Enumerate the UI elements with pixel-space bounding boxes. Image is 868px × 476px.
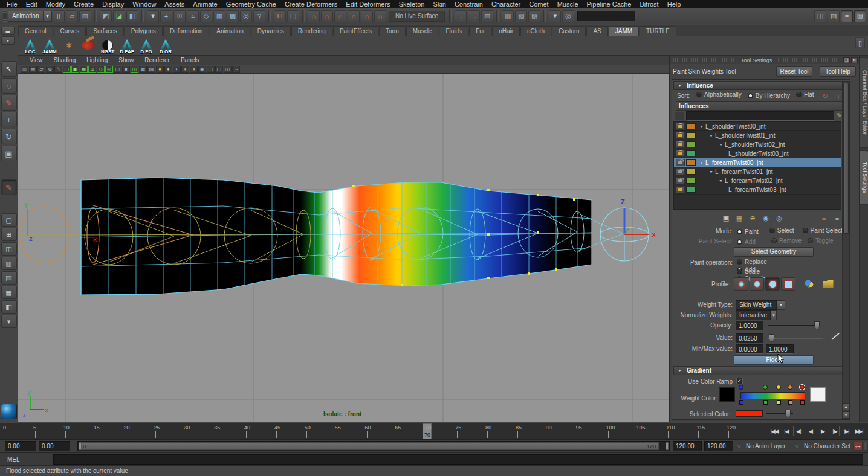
menu-modify[interactable]: Modify [42,0,70,8]
menu-bifrost[interactable]: Bifrost [636,0,663,8]
expand-arrow-icon[interactable]: ▼ [709,170,713,174]
influence-search-input[interactable] [686,111,834,121]
expand-arrow-icon[interactable]: ▼ [699,161,704,165]
ramp-stop-handle[interactable] [739,385,743,390]
select-by-object-icon[interactable]: ◪ [113,10,125,22]
influence-row[interactable]: ▼L_shoulderTwist02_jnt [674,140,841,149]
normalize-weights-dropdown[interactable]: Interactive▼ [736,310,777,320]
profile-solid-brush-button[interactable] [765,277,780,291]
menu-create-deformers[interactable]: Create Deformers [280,0,342,8]
influence-row[interactable]: ▼L_forearmTwist02_jnt [674,176,841,185]
menu-create[interactable]: Create [70,0,98,8]
shelf-item-brush[interactable] [79,36,97,54]
lock-toggle-button[interactable] [676,150,685,157]
ramp-stop-marker[interactable] [739,400,743,405]
ramp-stop-handle[interactable] [776,385,781,390]
anim-layer-dropdown[interactable]: No Anim Layer [746,443,786,449]
search-magnifier-icon[interactable]: ◎ [562,10,574,22]
paint-operation-scale-radio[interactable]: Scale [737,268,797,275]
shelf-tab-as[interactable]: AS [586,26,607,36]
range-left-handle[interactable] [79,442,82,450]
sort-by-hierarchy-radio[interactable]: By Hierarchy [748,92,790,99]
gate-mask-icon[interactable]: ▦ [80,66,88,73]
shelf-tab-animation[interactable]: Animation [210,26,250,36]
bracket-shade-icon[interactable]: ◫ [131,66,138,73]
play-forwards-button[interactable]: ▶ [817,425,829,438]
range-slider-track[interactable]: 0 120 [77,441,670,451]
split-layout-button[interactable]: ◧ [1,300,17,314]
mask-misc-icon[interactable]: ? [253,10,265,22]
grease-pencil-icon[interactable]: ✎ [54,66,62,73]
camera-bookmark-icon[interactable]: ▤ [29,66,37,73]
select-geometry-button[interactable]: Select Geometry [734,247,814,257]
menu-help[interactable]: Help [663,0,685,8]
open-scene-icon[interactable]: ▱ [66,10,78,22]
paint-operation-replace-radio[interactable]: Replace [737,259,797,265]
lock-toggle-button[interactable] [676,132,685,139]
lock-toggle-button[interactable] [676,123,685,130]
slider-handle[interactable] [785,410,791,417]
opacity-field[interactable]: 1.0000 [736,321,763,330]
influence-color-swatch[interactable] [686,150,696,156]
weight-type-dropdown[interactable]: Skin Weight▼ [736,300,785,310]
toggle-tool-settings-icon[interactable]: ≡ [841,10,853,22]
influence-color-swatch[interactable] [686,123,696,129]
snap-to-grids-icon[interactable]: ∩ [308,10,320,22]
mask-deformations-icon[interactable]: ▦ [213,10,225,22]
value-slider[interactable] [768,334,823,343]
ramp-stop-handle[interactable] [763,385,768,390]
menu-window[interactable]: Window [128,0,160,8]
playback-end-field[interactable]: 120.00 [673,441,702,451]
influence-color-swatch[interactable] [686,159,696,166]
input-connections-icon[interactable]: → [455,10,467,22]
save-scene-icon[interactable]: ▤ [79,10,91,22]
tab-channel-box[interactable]: Channel Box / Layer Editor [860,57,868,148]
expand-arrow-icon[interactable]: ▼ [699,124,704,129]
render-current-frame-icon[interactable]: ▧ [515,10,527,22]
highlight-selection-icon[interactable]: ▢ [287,10,299,22]
use-color-ramp-checkbox[interactable]: ✓ [736,378,743,384]
tab-tool-settings[interactable]: Tool Settings [860,150,868,205]
profile-stamp-button[interactable] [802,277,816,291]
sort-alphabetically-radio[interactable]: Alphabetically [696,91,742,98]
time-slider[interactable]: 70 0510152025303540455055606570758085909… [0,423,868,439]
scale-tool[interactable]: ▣ [1,146,17,161]
slider-handle[interactable] [769,334,774,342]
paint-skin-weights-tool-icon[interactable]: ✎ [1,179,17,195]
menu-animate[interactable]: Animate [189,0,221,8]
shelf-tab-rendering[interactable]: Rendering [291,26,332,36]
shelf-tab-fluids[interactable]: Fluids [439,26,468,36]
menu-comet[interactable]: Comet [525,0,552,8]
shelf-tab-custom[interactable]: Custom [552,26,586,36]
playback-start-field[interactable]: 0.00 [39,441,70,451]
ramp-stop-marker[interactable] [800,400,805,405]
selected-color-slider[interactable] [766,410,793,418]
chevron-down-icon[interactable]: ▽ [737,444,740,449]
single-pane-layout-button[interactable]: ▢ [1,213,17,227]
lock-selection-icon[interactable]: ⊡ [274,10,286,22]
mask-curves-icon[interactable]: ≈ [187,10,199,22]
chevron-down-icon[interactable]: ▽ [795,444,798,449]
make-object-live-icon[interactable]: ∩ [374,10,386,22]
influence-filter-icon[interactable] [675,112,684,120]
menu-skeleton[interactable]: Skeleton [395,0,429,8]
go-to-start-button[interactable]: |◀◀ [768,425,780,438]
show-influence-list-icon[interactable]: ≡ [818,213,829,223]
ramp-stop-marker[interactable] [777,400,781,405]
shelf-item-jamm[interactable]: JAMM [40,36,59,54]
wireframe-mode-icon[interactable]: ▢ [114,66,121,73]
menu-edit[interactable]: Edit [22,0,42,8]
sort-flat-radio[interactable]: Flat [796,91,814,98]
all-lights-icon[interactable]: ● [164,66,172,73]
output-connections-icon[interactable]: → [468,10,480,22]
value-field[interactable]: 0.0250 [736,333,763,343]
show-influence-tree-icon[interactable]: ≡ [832,213,843,223]
max-value-field[interactable]: 1.0000 [766,344,794,354]
browse-profile-button[interactable] [821,277,835,291]
shelf-tab-toon[interactable]: Toon [379,26,406,36]
mode-select-radio[interactable]: Select [769,227,794,234]
viewport-menu-lighting[interactable]: Lighting [81,56,113,65]
share-panel-icon[interactable]: ∴ [232,66,240,73]
film-gate-icon[interactable]: ▢ [63,66,71,73]
shelf-tab-curves[interactable]: Curves [54,26,86,36]
